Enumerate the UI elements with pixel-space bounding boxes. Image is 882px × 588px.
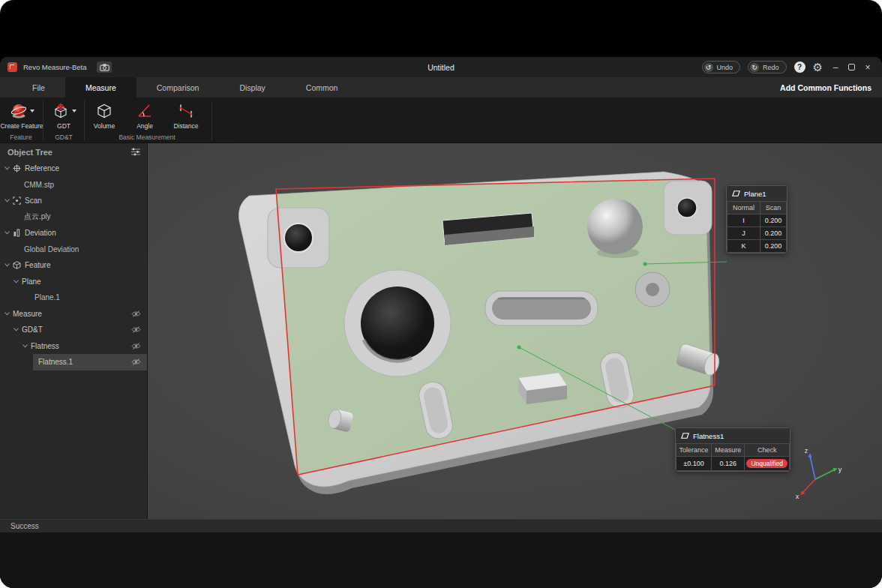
tree-item-flatness[interactable]: Flatness (0, 338, 147, 355)
distance-button[interactable]: Distance (165, 101, 207, 130)
3d-viewport[interactable]: Plane1 Normal Scan I 0.200 J 0.200 (148, 143, 882, 519)
gdt-dropdown-icon[interactable] (72, 110, 76, 112)
maximize-button[interactable] (848, 64, 855, 70)
plane1-callout[interactable]: Plane1 Normal Scan I 0.200 J 0.200 (726, 185, 788, 254)
sphere-feature (587, 199, 643, 254)
tab-file[interactable]: File (12, 77, 65, 98)
undo-label: Undo (717, 64, 734, 71)
gdt-button[interactable]: GDT (44, 101, 84, 130)
ribbon: Create Feature GDT (0, 98, 882, 143)
redo-button[interactable]: ↻ Redo (748, 61, 787, 74)
tree-item-global-deviation[interactable]: Global Deviation (0, 242, 147, 258)
undo-button[interactable]: ↺ Undo (702, 61, 741, 74)
tree-item-label: CMM.stp (24, 181, 54, 189)
group-label-feature: Feature (10, 134, 32, 141)
status-message: Success (10, 522, 39, 530)
redo-icon: ↻ (750, 63, 759, 72)
chevron-down-icon[interactable] (14, 328, 19, 332)
object-tree-panel: Object Tree Reference (0, 143, 148, 519)
col-header-measure: Measure (711, 444, 744, 457)
hole (677, 198, 697, 218)
chevron-down-icon[interactable] (4, 199, 10, 202)
tree-item-label: Flatness.1 (38, 358, 73, 366)
angle-button[interactable]: Angle (124, 101, 165, 130)
group-label-gdt: GD&T (55, 134, 73, 141)
tree-item-gdt[interactable]: GD&T (0, 322, 147, 338)
create-feature-button[interactable]: Create Feature (0, 101, 44, 130)
menu-tab-bar: File Measure Comparison Display Common A… (0, 77, 882, 98)
tree-item-cmm-stp[interactable]: CMM.stp (0, 177, 147, 194)
tolerance-value: ±0.100 (676, 457, 712, 471)
create-feature-dropdown-icon[interactable] (30, 110, 34, 112)
tool-label: Distance (173, 122, 198, 130)
tree-item-feature[interactable]: Feature (0, 257, 147, 274)
tree-item-measure[interactable]: Measure (0, 306, 147, 322)
tree-item-label: Plane.1 (34, 293, 60, 302)
undo-icon: ↺ (704, 63, 713, 72)
chevron-down-icon[interactable] (4, 263, 10, 267)
measure-value: 0.126 (711, 457, 744, 471)
app-window: Revo Measure-Beta Untitled ↺ Undo ↻ Redo… (0, 57, 882, 588)
tool-label: Create Feature (0, 122, 43, 130)
chevron-down-icon[interactable] (14, 280, 19, 284)
callout-title: Plane1 (744, 190, 766, 198)
settings-button[interactable]: ⚙ (813, 62, 823, 73)
axis-y-label: y (838, 466, 842, 473)
scan-icon (13, 196, 21, 205)
visibility-eye-icon[interactable] (131, 342, 141, 350)
tree-item-plane-1[interactable]: Plane.1 (0, 290, 147, 306)
tree-item-reference[interactable]: Reference (0, 160, 147, 177)
tree-item-deviation[interactable]: Deviation (0, 225, 147, 242)
tree-item-label: Measure (13, 310, 42, 318)
plane-icon (681, 433, 689, 439)
add-common-functions-button[interactable]: Add Common Functions (780, 77, 882, 98)
help-button[interactable]: ? (794, 62, 806, 73)
chevron-down-icon[interactable] (22, 344, 28, 348)
tab-comparison[interactable]: Comparison (136, 77, 220, 98)
app-logo-icon (8, 62, 17, 72)
tree-item-label: Feature (25, 261, 50, 269)
tab-measure[interactable]: Measure (65, 77, 136, 98)
status-bar: Success (0, 519, 882, 532)
close-button[interactable]: × (862, 62, 873, 73)
app-name: Revo Measure-Beta (23, 63, 86, 71)
callout-title: Flatness1 (693, 432, 724, 440)
create-feature-icon (10, 102, 28, 120)
volume-button[interactable]: Volume (84, 101, 124, 130)
unqualified-badge: Unqualified (746, 459, 788, 468)
selected-tree-item[interactable]: Flatness.1 (33, 354, 147, 370)
chevron-down-icon[interactable] (4, 231, 10, 235)
redo-label: Redo (763, 64, 779, 71)
minimize-button[interactable]: – (830, 62, 841, 73)
distance-icon (177, 102, 195, 120)
tree-item-label: Reference (25, 164, 59, 172)
volume-icon (95, 102, 113, 120)
visibility-eye-icon[interactable] (131, 358, 141, 366)
tree-item-scan[interactable]: Scan (0, 193, 147, 209)
desktop-backdrop: Revo Measure-Beta Untitled ↺ Undo ↻ Redo… (0, 0, 882, 588)
tab-display[interactable]: Display (219, 77, 285, 98)
tree-item-label: Plane (22, 278, 41, 286)
title-bar: Revo Measure-Beta Untitled ↺ Undo ↻ Redo… (0, 57, 882, 77)
tree-item-pointcloud-ply[interactable]: 点云.ply (0, 209, 147, 226)
tree-item-flatness-1[interactable]: Flatness.1 (0, 354, 147, 370)
capture-button[interactable] (97, 62, 112, 73)
flatness1-callout-header[interactable]: Flatness1 (676, 428, 790, 443)
chevron-down-icon[interactable] (4, 312, 10, 316)
deviation-icon (13, 229, 21, 237)
chevron-down-icon[interactable] (4, 166, 10, 170)
plane1-callout-header[interactable]: Plane1 (727, 186, 787, 201)
feature-icon (13, 261, 21, 269)
tree-item-plane[interactable]: Plane (0, 274, 147, 290)
col-header-scan: Scan (760, 202, 787, 214)
visibility-eye-icon[interactable] (131, 326, 141, 334)
ribbon-group-labels: Feature GD&T Basic Measurement (0, 134, 882, 143)
row-value: 0.200 (760, 240, 787, 253)
tab-common[interactable]: Common (286, 77, 358, 98)
visibility-eye-icon[interactable] (131, 310, 141, 318)
row-label: K (728, 240, 760, 253)
tree-filter-icon[interactable] (130, 148, 141, 156)
tree-item-label: 点云.ply (24, 212, 51, 222)
flatness1-callout[interactable]: Flatness1 Tolerance Measure Check ±0.100… (675, 428, 790, 472)
reference-icon (13, 164, 21, 172)
